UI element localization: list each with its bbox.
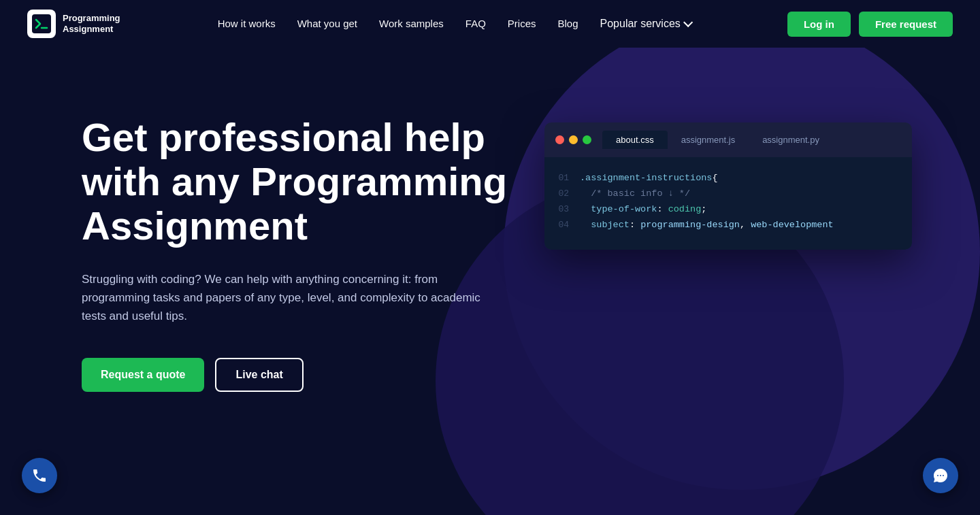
traffic-light-green xyxy=(583,135,591,144)
logo-icon xyxy=(27,10,56,38)
nav-what-you-get[interactable]: What you get xyxy=(297,18,357,29)
hero-title: Get professional help with any Programmi… xyxy=(82,116,558,248)
hero-buttons: Request a quote Live chat xyxy=(82,358,558,392)
float-phone-button[interactable] xyxy=(22,458,57,493)
nav-blog[interactable]: Blog xyxy=(558,18,578,29)
hero-subtitle: Struggling with coding? We can help with… xyxy=(82,270,483,326)
logo[interactable]: Programming Assignment xyxy=(27,10,120,38)
nav-popular-services[interactable]: Popular services xyxy=(600,18,690,30)
nav-links: How it works What you get Work samples F… xyxy=(218,18,690,30)
free-request-button[interactable]: Free request xyxy=(859,12,953,37)
line-num-2: 02 xyxy=(555,186,569,202)
nav-how-it-works[interactable]: How it works xyxy=(218,18,276,29)
hero-content: Get professional help with any Programmi… xyxy=(82,102,558,392)
chevron-down-icon xyxy=(683,18,693,27)
svg-rect-0 xyxy=(32,14,51,33)
tab-assignment-py[interactable]: assignment.py xyxy=(749,131,833,149)
navbar: Programming Assignment How it works What… xyxy=(0,0,980,48)
request-quote-button[interactable]: Request a quote xyxy=(82,358,204,392)
logo-text: Programming Assignment xyxy=(63,13,120,34)
code-text-3: type-of-work: coding; xyxy=(580,202,706,218)
nav-work-samples[interactable]: Work samples xyxy=(379,18,444,29)
tab-assignment-js[interactable]: assignment.js xyxy=(668,131,749,149)
line-num-3: 03 xyxy=(555,202,569,218)
svg-point-2 xyxy=(937,475,938,476)
hero-section: Get professional help with any Programmi… xyxy=(0,48,980,515)
nav-prices[interactable]: Prices xyxy=(508,18,536,29)
nav-popular-services-label: Popular services xyxy=(600,18,681,30)
code-line-2: 02 /* basic info ↓ */ xyxy=(555,186,901,202)
svg-point-3 xyxy=(940,475,941,476)
nav-faq[interactable]: FAQ xyxy=(466,18,486,29)
code-line-4: 04 subject: programming-design, web-deve… xyxy=(555,218,901,233)
login-button[interactable]: Log in xyxy=(787,12,851,37)
code-editor: about.css assignment.js assignment.py 01… xyxy=(544,122,912,250)
line-num-4: 04 xyxy=(555,218,569,233)
traffic-lights xyxy=(555,135,591,144)
editor-titlebar: about.css assignment.js assignment.py xyxy=(544,122,912,157)
code-text-4: subject: programming-design, web-develop… xyxy=(580,218,834,233)
logo-line1: Programming xyxy=(63,13,120,24)
nav-actions: Log in Free request xyxy=(787,12,953,37)
tab-about-css[interactable]: about.css xyxy=(602,131,668,149)
code-line-3: 03 type-of-work: coding; xyxy=(555,202,901,218)
live-chat-button[interactable]: Live chat xyxy=(215,358,303,392)
line-num-1: 01 xyxy=(555,171,569,186)
code-line-1: 01 .assignment-instructions{ xyxy=(555,171,901,186)
code-text-2: /* basic info ↓ */ xyxy=(580,186,690,202)
traffic-light-red xyxy=(555,135,564,144)
svg-point-4 xyxy=(943,475,944,476)
editor-body: 01 .assignment-instructions{ 02 /* basic… xyxy=(544,157,912,250)
code-text-1: .assignment-instructions{ xyxy=(580,171,718,186)
float-chat-button[interactable] xyxy=(923,458,958,493)
editor-tabs: about.css assignment.js assignment.py xyxy=(602,131,833,149)
traffic-light-yellow xyxy=(569,135,578,144)
logo-line2: Assignment xyxy=(63,24,120,35)
